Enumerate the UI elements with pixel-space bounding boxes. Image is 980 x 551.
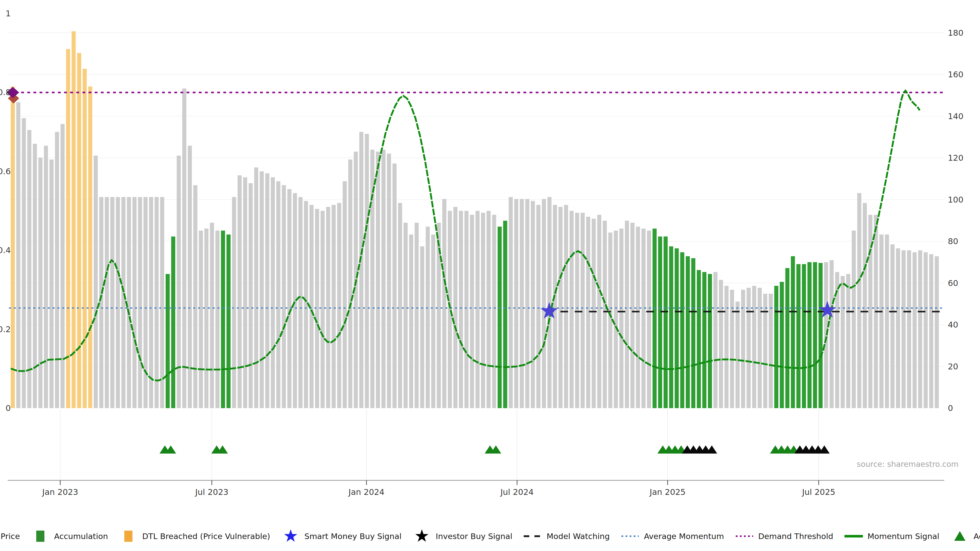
close-price-bar [398, 203, 402, 408]
close-price-bar [841, 276, 845, 408]
accumulation-bar [658, 237, 662, 408]
close-price-bar [531, 201, 535, 408]
x-axis: Jan 2023Jul 2023Jan 2024Jul 2024Jan 2025… [8, 480, 944, 497]
close-price-bar [448, 211, 452, 408]
x-tick-label: Jul 2023 [195, 487, 228, 497]
accumulation-bar [808, 262, 811, 408]
right-axis-tick-label: 40 [948, 320, 958, 330]
close-price-bar [603, 221, 607, 408]
legend-item-demand-threshold: Demand Threshold [734, 529, 833, 544]
legend-label: Close Price [0, 532, 20, 541]
close-price-bar [243, 177, 247, 408]
close-price-bar [265, 173, 269, 408]
close-price-bar [481, 213, 485, 408]
accumulation-bar [797, 264, 800, 408]
close-price-bar [215, 230, 220, 408]
close-price-bar [459, 211, 463, 408]
legend-item-close-price: Close Price [0, 529, 20, 544]
left-axis-tick-label: 0.2 [0, 324, 11, 334]
close-price-bar [487, 211, 491, 408]
accumulation-bar [702, 272, 706, 408]
close-price-bar [614, 230, 618, 408]
close-price-bar [199, 230, 203, 408]
close-price-bar [719, 280, 723, 408]
legend-item-momentum-signal: Momentum Signal [843, 529, 939, 544]
legend-label: Accumulation [54, 532, 108, 541]
close-price-bar [331, 205, 336, 408]
close-price-bar [121, 197, 126, 408]
close-price-bar [536, 205, 541, 408]
dots-legend-swatch-icon [620, 529, 640, 544]
right-axis-tick-label: 0 [948, 403, 953, 413]
accumulation-bar [221, 230, 225, 408]
close-price-bar [520, 199, 524, 408]
left-axis: 00.20.40.60.81 [0, 9, 11, 413]
dtl-breached-bar [77, 53, 81, 408]
close-price-bar [343, 181, 347, 408]
x-tick-label: Jan 2025 [649, 487, 686, 497]
close-price-bar [891, 245, 894, 408]
legend-label: Demand Threshold [758, 532, 833, 541]
close-price-bar [636, 227, 640, 408]
dtl-breached-bar [88, 86, 92, 408]
legend-label: Momentum Signal [867, 532, 939, 541]
chart-canvas: Jan 2023Jul 2023Jan 2024Jul 2024Jan 2025… [0, 0, 980, 551]
right-axis-tick-label: 180 [948, 28, 963, 38]
x-tick-label: Jul 2025 [802, 487, 835, 497]
close-price-bar [193, 185, 197, 408]
right-axis: 020406080100120140160180 [948, 28, 963, 413]
legend-label: Average Momentum [644, 532, 724, 541]
close-price-bar [553, 205, 557, 408]
close-price-bar [896, 248, 900, 408]
close-price-bar [625, 221, 629, 408]
close-price-bar [38, 158, 42, 408]
close-price-bar [99, 197, 103, 408]
left-axis-tick-label: 0.6 [0, 167, 11, 176]
close-price-bar [376, 151, 380, 408]
right-axis-tick-label: 120 [948, 153, 963, 163]
close-price-bar [431, 234, 435, 408]
close-price-bar [630, 223, 635, 408]
line-legend-swatch-icon [843, 529, 864, 544]
x-tick-label: Jan 2024 [348, 487, 385, 497]
legend-label: Smart Money Buy Signal [304, 532, 402, 541]
accumulation-bar [774, 286, 778, 408]
close-price-bar [442, 199, 446, 408]
right-axis-tick-label: 100 [948, 195, 963, 205]
close-price-bar [641, 229, 646, 408]
square-legend-swatch-icon [30, 529, 51, 544]
close-price-bar [27, 130, 32, 408]
close-price-bar [902, 250, 906, 408]
close-price-bar [846, 274, 850, 408]
star-legend-swatch-icon [280, 529, 301, 544]
close-price-bar [542, 199, 546, 408]
accumulation-bar [780, 282, 784, 408]
accumulation-bar [697, 270, 701, 408]
close-price-bar [177, 156, 181, 408]
close-price-bar [752, 286, 756, 408]
accumulation-bar [785, 268, 789, 408]
close-price-bar [287, 189, 291, 408]
close-price-bar [830, 260, 834, 408]
accumulation-bar [708, 274, 712, 408]
legend-item-accumulation: Accumulation [950, 529, 980, 544]
right-axis-tick-label: 160 [948, 70, 963, 79]
close-price-bar [525, 199, 529, 408]
dtl-breached-bar [83, 69, 87, 408]
close-price-bar [907, 250, 911, 408]
close-price-bar [746, 288, 751, 408]
close-price-bar [321, 211, 325, 408]
close-price-bar [592, 219, 596, 408]
x-tick-label: Jan 2023 [42, 487, 78, 497]
close-price-bar [918, 250, 922, 408]
close-price-bar [16, 102, 21, 408]
close-price-bar [49, 159, 54, 408]
right-axis-tick-label: 60 [948, 278, 958, 288]
close-price-bar [586, 217, 590, 408]
left-axis-tick-label: 0.4 [0, 245, 11, 255]
right-axis-tick-label: 20 [948, 362, 958, 372]
accumulation-bar [663, 237, 668, 408]
accumulation-bar [818, 263, 822, 408]
close-price-bar [420, 246, 424, 408]
close-price-bar [929, 254, 933, 408]
